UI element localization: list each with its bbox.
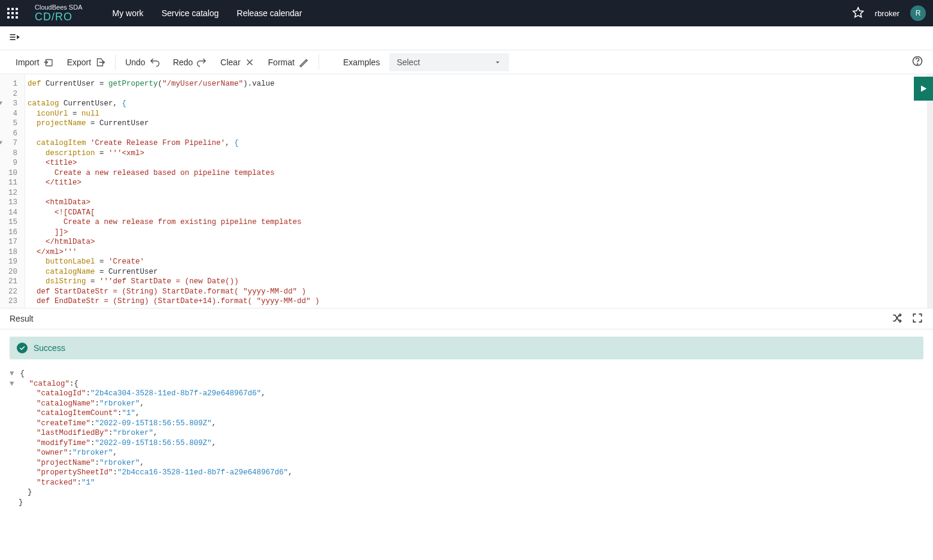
format-button[interactable]: Format	[268, 57, 309, 68]
brand-bottom: CD/RO	[35, 11, 83, 23]
expand-sidebar-icon[interactable]	[8, 31, 20, 45]
nav-service-catalog[interactable]: Service catalog	[162, 8, 219, 18]
import-label: Import	[16, 57, 40, 67]
result-title: Result	[10, 314, 34, 323]
star-icon[interactable]	[852, 7, 864, 20]
redo-button[interactable]: Redo	[173, 57, 207, 68]
username-label[interactable]: rbroker	[875, 9, 899, 18]
svg-point-8	[917, 63, 917, 64]
import-icon	[43, 57, 54, 68]
undo-label: Undo	[125, 57, 145, 67]
run-button[interactable]	[914, 77, 933, 101]
code-editor[interactable]: 123▼4567▼8910111213141516171819202122232…	[0, 74, 933, 308]
code-area[interactable]: def CurrentUser = getProperty("/myUser/u…	[25, 74, 927, 308]
clear-label: Clear	[220, 57, 240, 67]
check-circle-icon	[17, 343, 28, 353]
brush-icon	[298, 57, 309, 68]
undo-icon	[149, 57, 160, 68]
status-bar: Success	[10, 337, 923, 359]
close-icon	[244, 57, 255, 68]
apps-grid-icon[interactable]	[7, 8, 18, 19]
nav-release-calendar[interactable]: Release calendar	[237, 8, 302, 18]
export-icon	[95, 57, 105, 68]
nav-bar: My work Service catalog Release calendar	[113, 8, 852, 18]
nav-my-work[interactable]: My work	[113, 8, 144, 18]
redo-label: Redo	[173, 57, 193, 67]
export-button[interactable]: Export	[67, 57, 105, 68]
result-header: Result	[0, 308, 933, 329]
sub-header	[0, 26, 933, 50]
svg-marker-0	[853, 7, 863, 17]
chevron-down-icon	[493, 58, 502, 66]
brand-top: CloudBees SDA	[35, 4, 83, 11]
examples-select[interactable]: Select	[389, 53, 509, 71]
toolbar: Import Export Undo Redo Clear Format Exa…	[0, 50, 933, 74]
app-header: CloudBees SDA CD/RO My work Service cata…	[0, 0, 933, 26]
format-label: Format	[268, 57, 295, 67]
fullscreen-icon[interactable]	[911, 312, 923, 326]
status-text: Success	[34, 343, 65, 353]
redo-icon	[196, 57, 207, 68]
line-gutter: 123▼4567▼8910111213141516171819202122232…	[0, 74, 25, 308]
import-button[interactable]: Import	[16, 57, 54, 68]
result-json[interactable]: ▼ { ▼ "catalog":{ "catalogId":"2b4ca304-…	[0, 367, 933, 519]
brand-logo[interactable]: CloudBees SDA CD/RO	[35, 4, 83, 23]
undo-button[interactable]: Undo	[125, 57, 159, 68]
examples-label: Examples	[343, 57, 380, 67]
play-icon	[919, 84, 928, 93]
editor-wrap: 123▼4567▼8910111213141516171819202122232…	[0, 74, 933, 308]
clear-button[interactable]: Clear	[220, 57, 255, 68]
help-icon[interactable]	[911, 55, 923, 69]
header-right: rbroker R	[852, 5, 926, 21]
export-label: Export	[67, 57, 91, 67]
select-placeholder: Select	[396, 57, 420, 67]
avatar[interactable]: R	[910, 5, 926, 21]
shuffle-icon[interactable]	[891, 312, 903, 326]
